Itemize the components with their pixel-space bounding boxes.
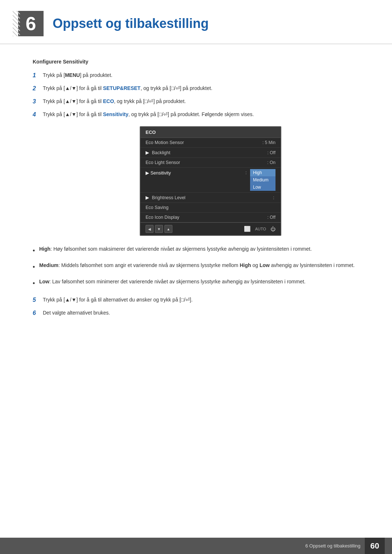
eco-menu-eco-motion-sensor: Eco Motion Sensor : 5 Min	[140, 138, 281, 148]
eco-screen-title: ECO	[140, 127, 281, 138]
sensitivity-option-low: Low	[250, 184, 275, 191]
eco-saving-label: Eco Saving	[146, 205, 273, 210]
footer-page-number: 60	[365, 538, 385, 554]
eco-menu-eco-saving: Eco Saving :	[140, 203, 281, 213]
chapter-number-box: 6	[18, 11, 44, 36]
step-4-text: Trykk på [▲/▼] for å gå til Sensitivity,…	[43, 110, 254, 118]
bullet-dot-high: •	[33, 246, 39, 256]
step-1-number: 1	[33, 71, 43, 80]
power-icon: ⏻	[270, 226, 275, 232]
bullet-low: • Low: Lav følsomhet som minimerer det v…	[33, 278, 359, 289]
bullet-list: • High: Høy følsomhet som maksimerer det…	[33, 245, 359, 288]
step-2-text: Trykk på [▲/▼] for å gå til SETUP&RESET,…	[43, 84, 212, 92]
step-6-text: Det valgte alternativet brukes.	[43, 309, 110, 317]
eco-icon-display-colon: :	[268, 215, 270, 220]
eco-menu-eco-light-sensor: Eco Light Sensor : On	[140, 158, 281, 168]
sensitivity-colon: :	[245, 169, 248, 175]
step-1-text: Trykk på [MENU] på produktet.	[43, 71, 113, 79]
backlight-label: ▶ Backlight	[146, 150, 268, 155]
right-buttons: ⬜ AUTO ⏻	[244, 226, 275, 232]
page-footer: 6 Oppsett og tilbakestilling 60	[0, 538, 392, 554]
eco-screen: ECO Eco Motion Sensor : 5 Min ▶ Backligh…	[140, 126, 281, 236]
brightness-level-label: ▶ Brightness Level	[146, 195, 273, 200]
eco-menu-brightness-level: ▶ Brightness Level :	[140, 193, 281, 203]
bullet-high: • High: Høy følsomhet som maksimerer det…	[33, 245, 359, 256]
chapter-title: Oppsett og tilbakestilling	[53, 16, 209, 31]
monitor-icon: ⬜	[244, 226, 251, 232]
steps-list-2: 5 Trykk på [▲/▼] for å gå til alternativ…	[33, 296, 359, 317]
step-6-number: 6	[33, 309, 43, 317]
eco-screen-container: ECO Eco Motion Sensor : 5 Min ▶ Backligh…	[62, 126, 359, 236]
nav-down-btn[interactable]: ▼	[155, 225, 163, 233]
step-4: 4 Trykk på [▲/▼] for å gå til Sensitivit…	[33, 110, 359, 119]
sensitivity-option-high: High	[250, 169, 275, 176]
step-5-text: Trykk på [▲/▼] for å gå til alternativet…	[43, 296, 193, 304]
eco-light-sensor-colon: :	[267, 160, 270, 165]
eco-light-sensor-value: On	[270, 160, 275, 165]
eco-menu-eco-icon-display: Eco Icon Display : Off	[140, 213, 281, 222]
step-5-number: 5	[33, 296, 43, 304]
bullet-dot-medium: •	[33, 262, 39, 272]
step-3: 3 Trykk på [▲/▼] for å gå til ECO, og tr…	[33, 97, 359, 106]
eco-motion-sensor-value: 5 Min	[265, 140, 275, 145]
bullet-dot-low: •	[33, 278, 39, 289]
bullet-text-high: High: Høy følsomhet som maksimerer det v…	[39, 245, 359, 253]
brightness-level-colon: :	[273, 195, 275, 200]
step-1: 1 Trykk på [MENU] på produktet.	[33, 71, 359, 80]
backlight-value: Off	[270, 150, 275, 155]
step-4-number: 4	[33, 110, 43, 119]
bullet-medium: • Medium: Middels følsomhet som angir et…	[33, 261, 359, 272]
eco-menu-sensitivity: ▶ Sensitivity : High Medium Low	[140, 168, 281, 193]
eco-bottom-bar: ◀ ▼ ▲ ⬜ AUTO ⏻	[140, 222, 281, 235]
step-5: 5 Trykk på [▲/▼] for å gå til alternativ…	[33, 296, 359, 304]
nav-buttons: ◀ ▼ ▲	[146, 225, 172, 233]
section-heading: Konfigurere Sensitivity	[33, 59, 359, 65]
nav-up-btn[interactable]: ▲	[164, 225, 172, 233]
bullet-text-medium: Medium: Middels følsomhet som angir et v…	[39, 261, 359, 269]
steps-list: 1 Trykk på [MENU] på produktet. 2 Trykk …	[33, 71, 359, 119]
bullet-text-low: Low: Lav følsomhet som minimerer det var…	[39, 278, 359, 286]
sensitivity-label: ▶ Sensitivity	[146, 169, 245, 176]
eco-icon-display-value: Off	[270, 215, 275, 220]
step-3-text: Trykk på [▲/▼] for å gå til ECO, og tryk…	[43, 97, 186, 105]
chapter-number: 6	[26, 13, 36, 34]
eco-light-sensor-label: Eco Light Sensor	[146, 160, 267, 165]
auto-label: AUTO	[255, 227, 266, 231]
main-content: Konfigurere Sensitivity 1 Trykk på [MENU…	[0, 55, 392, 346]
chapter-header: 6 Oppsett og tilbakestilling	[0, 0, 392, 44]
nav-left-btn[interactable]: ◀	[146, 225, 154, 233]
step-3-number: 3	[33, 97, 43, 106]
footer-text: 6 Oppsett og tilbakestilling	[305, 543, 360, 549]
backlight-colon: :	[268, 150, 270, 155]
eco-motion-sensor-label: Eco Motion Sensor	[146, 140, 262, 145]
sensitivity-option-medium: Medium	[250, 176, 275, 184]
step-2-number: 2	[33, 84, 43, 93]
eco-menu-backlight: ▶ Backlight : Off	[140, 148, 281, 158]
sensitivity-dropdown: High Medium Low	[250, 169, 275, 191]
eco-motion-sensor-colon: :	[262, 140, 265, 145]
step-2: 2 Trykk på [▲/▼] for å gå til SETUP&RESE…	[33, 84, 359, 93]
step-6: 6 Det valgte alternativet brukes.	[33, 309, 359, 317]
eco-icon-display-label: Eco Icon Display	[146, 215, 268, 220]
